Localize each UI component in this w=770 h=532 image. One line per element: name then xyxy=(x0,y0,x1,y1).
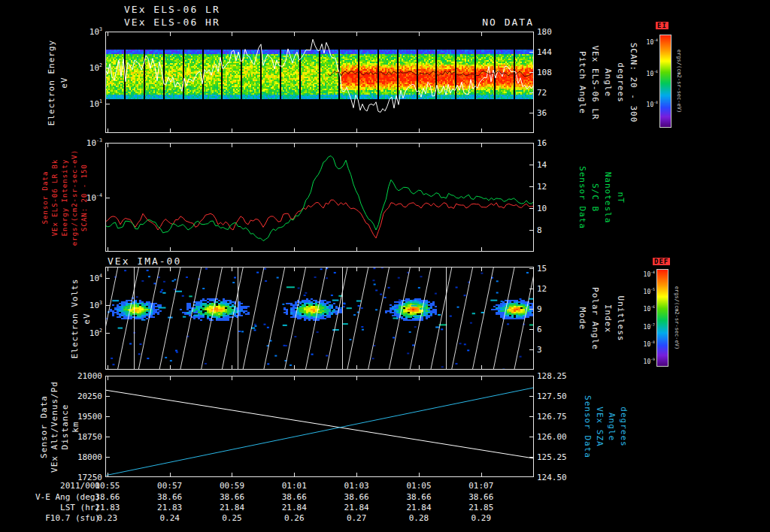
y-axis-title-right: Sensor Data xyxy=(578,166,587,229)
colorbar-label: DEF xyxy=(653,258,670,265)
time-tick-label: 01:01 xyxy=(282,481,307,491)
colorbar-tick-label: 10-8 xyxy=(644,340,655,348)
info-row-value: 21.84 xyxy=(406,503,431,512)
time-tick-label: 01:05 xyxy=(406,481,431,491)
info-row-value: 21.84 xyxy=(220,503,244,512)
y-axis-title-left: eV xyxy=(82,313,92,324)
info-row-value: 21.84 xyxy=(344,503,369,512)
y-axis-tick-label-right: 108 xyxy=(537,68,552,77)
y-axis-tick-label-left: 18750 xyxy=(77,432,102,442)
info-row-value: 0.29 xyxy=(471,513,492,523)
colorbar-tick-label: 10-4 xyxy=(647,38,658,46)
time-tick-label: 01:03 xyxy=(344,481,369,491)
y-axis-tick-label-left: 103 xyxy=(89,26,102,37)
y-axis-title-right: S/C B xyxy=(590,183,600,211)
colorbar-tick-label: 10-9 xyxy=(644,358,655,365)
info-row-value: 38.66 xyxy=(406,492,431,502)
info-row-value: 0.26 xyxy=(284,513,305,523)
y-axis-tick-label-left: 102 xyxy=(89,62,102,73)
info-row-value: 0.28 xyxy=(409,513,429,523)
y-axis-title-right: Nanotesla xyxy=(603,171,613,223)
y-axis-tick-label-right: 12 xyxy=(537,283,547,293)
time-tick-label: 01:07 xyxy=(468,481,493,491)
panel3-title-ima: VEx IMA-00 xyxy=(108,255,181,267)
y-axis-tick-label-right: 126.00 xyxy=(537,432,567,442)
y-axis-tick-label-right: 16 xyxy=(537,138,547,148)
info-row-label: V-E Ang (deg) xyxy=(35,492,100,502)
info-row-value: 38.66 xyxy=(95,492,120,502)
y-axis-tick-label-left: 10-4 xyxy=(86,192,102,203)
y-axis-title-left: Electron Energy xyxy=(47,39,56,125)
info-row-value: 0.23 xyxy=(98,513,118,523)
colorbar-gradient xyxy=(656,269,668,367)
y-axis-tick-label-right: 127.50 xyxy=(537,391,567,401)
y-axis-tick-label-right: 180 xyxy=(537,27,552,37)
y-axis-title-right: VEx ELS-06 LR xyxy=(590,45,600,119)
y-axis-title-left: km xyxy=(71,421,80,432)
info-row-value: 38.66 xyxy=(282,492,307,502)
colorbar-tick-label: 10-5 xyxy=(644,288,655,295)
info-row-value: 38.66 xyxy=(468,492,493,502)
info-row-value: 38.66 xyxy=(344,492,369,502)
intensity-bfield-line-canvas xyxy=(105,143,534,252)
y-axis-tick-label-left: 20250 xyxy=(77,391,102,401)
colorbar-label: EI xyxy=(656,22,668,29)
y-axis-tick-label-left: 19500 xyxy=(77,412,102,422)
y-axis-title-right: VEx SZA xyxy=(595,407,605,446)
info-row-value: 0.25 xyxy=(222,513,242,523)
y-axis-title-left: Electron Volts xyxy=(70,278,80,358)
y-axis-title-right: SCAN: 20 - 300 xyxy=(629,42,638,122)
y-axis-title-left: Sensor Data xyxy=(39,395,49,458)
y-axis-tick-label-right: 10 xyxy=(537,204,547,213)
y-axis-title-right: Pitch Angle xyxy=(578,51,587,114)
time-axis-date-label: 2011/001 xyxy=(60,481,100,491)
colorbar-tick-label: 10-6 xyxy=(647,70,658,77)
time-tick-label: 00:55 xyxy=(95,481,120,491)
info-row-value: 21.83 xyxy=(157,503,182,512)
y-axis-tick-label-left: 104 xyxy=(89,273,102,283)
colorbar-unit-label: ergs/(cm2-sr-sec-eV) xyxy=(674,286,680,349)
y-axis-title-right: Sensor Data xyxy=(583,395,593,458)
y-axis-title-right: degrees xyxy=(619,407,629,446)
info-row-label: F10.7 (sfu) xyxy=(45,513,100,523)
y-axis-tick-label-right: 125.25 xyxy=(537,452,567,462)
y-axis-tick-label-right: 14 xyxy=(537,160,547,170)
colorbar-tick-label: 10-7 xyxy=(644,323,655,331)
y-axis-title-left: Sensor Data xyxy=(41,171,49,224)
y-axis-tick-label-right: 8 xyxy=(537,225,542,235)
altitude-sza-line-canvas xyxy=(105,376,534,477)
y-axis-title-left: SCAN: 20 - 150 xyxy=(80,164,88,231)
ima-spectrogram-canvas xyxy=(105,267,534,370)
y-axis-title-left: Distance xyxy=(60,404,70,449)
y-axis-title-right: Angle xyxy=(603,68,613,96)
y-axis-tick-label-right: 12 xyxy=(537,182,547,192)
y-axis-title-left: ergs/(cm2-sr-sec-eV) xyxy=(71,149,78,245)
y-axis-title-right: Unitless xyxy=(616,295,626,341)
info-row-value: 38.66 xyxy=(157,492,182,502)
y-axis-tick-label-left: 10-3 xyxy=(86,138,102,148)
info-row-value: 21.85 xyxy=(468,503,493,512)
y-axis-title-right: Angle xyxy=(607,412,617,440)
y-axis-title-left: VEx Alt/Venus/Pd xyxy=(50,381,59,473)
info-row-value: 0.24 xyxy=(159,513,180,523)
time-tick-label: 00:57 xyxy=(157,481,182,491)
y-axis-tick-label-right: 126.75 xyxy=(537,412,567,422)
vex-summary-plot-page: VEx ELS-06 LR VEx ELS-06 HR NO DATA VEx … xyxy=(0,0,770,532)
info-row-value: 0.27 xyxy=(347,513,367,523)
y-axis-tick-label-right: 6 xyxy=(537,324,542,334)
colorbar-tick-label: 10-6 xyxy=(644,306,655,313)
time-tick-label: 00:59 xyxy=(220,481,244,491)
y-axis-tick-label-right: 3 xyxy=(537,345,542,355)
y-axis-title-right: degrees xyxy=(616,62,626,102)
y-axis-tick-label-left: 101 xyxy=(89,99,102,110)
colorbar-gradient xyxy=(659,35,671,128)
y-axis-tick-label-right: 124.50 xyxy=(537,473,567,482)
y-axis-title-right: Mode xyxy=(578,307,587,330)
els-spectrogram-canvas xyxy=(105,32,534,133)
colorbar-unit-label: ergs/(cm2-sr-sec-eV) xyxy=(676,50,682,113)
y-axis-tick-label-right: 36 xyxy=(537,108,547,118)
y-axis-tick-label-left: 18000 xyxy=(77,452,102,462)
y-axis-tick-label-right: 144 xyxy=(537,47,552,57)
y-axis-tick-label-right: 128.25 xyxy=(537,371,567,381)
y-axis-tick-label-right: 9 xyxy=(537,304,542,313)
